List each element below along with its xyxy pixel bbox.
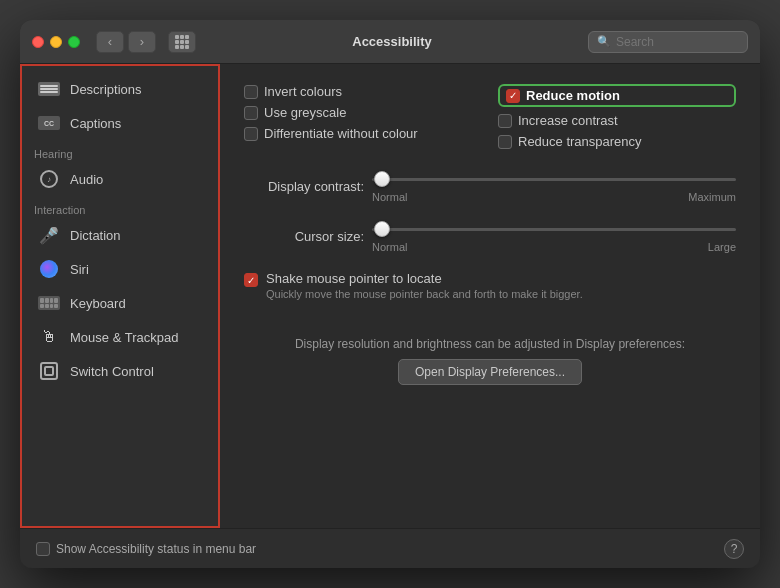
differentiate-colour-option[interactable]: Differentiate without colour	[244, 126, 482, 141]
display-contrast-thumb[interactable]	[374, 171, 390, 187]
display-prefs-section: Display resolution and brightness can be…	[244, 326, 736, 385]
siri-icon	[38, 258, 60, 280]
sidebar-item-label: Keyboard	[70, 296, 126, 311]
differentiate-colour-checkbox[interactable]	[244, 127, 258, 141]
display-contrast-labels: Normal Maximum	[372, 191, 736, 203]
show-status-label: Show Accessibility status in menu bar	[56, 542, 256, 556]
reduce-transparency-checkbox[interactable]	[498, 135, 512, 149]
shake-description: Quickly move the mouse pointer back and …	[266, 288, 583, 300]
sidebar-item-mouse-trackpad[interactable]: 🖱 Mouse & Trackpad	[26, 321, 213, 353]
titlebar: ‹ › Accessibility 🔍	[20, 20, 760, 64]
sidebar-item-label: Captions	[70, 116, 121, 131]
sidebar-item-label: Switch Control	[70, 364, 154, 379]
invert-colours-label: Invert colours	[264, 84, 342, 99]
cursor-size-min: Normal	[372, 241, 407, 253]
display-contrast-section: Display contrast: Normal Maximum	[244, 169, 736, 203]
keyboard-icon	[38, 292, 60, 314]
sidebar: Descriptions CC Captions Hearing ♪ Audio…	[20, 64, 220, 528]
bottom-bar: Show Accessibility status in menu bar ?	[20, 528, 760, 568]
reduce-transparency-option[interactable]: Reduce transparency	[498, 134, 736, 149]
invert-colours-option[interactable]: Invert colours	[244, 84, 482, 99]
display-contrast-min: Normal	[372, 191, 407, 203]
invert-colours-checkbox[interactable]	[244, 85, 258, 99]
cursor-size-max: Large	[708, 241, 736, 253]
reduce-motion-option[interactable]: ✓ Reduce motion	[498, 84, 736, 107]
main-window: ‹ › Accessibility 🔍 De	[20, 20, 760, 568]
audio-icon: ♪	[38, 168, 60, 190]
interaction-section-label: Interaction	[20, 196, 219, 218]
dictation-icon: 🎤	[38, 224, 60, 246]
col2-options: ✓ Reduce motion Increase contrast Reduce…	[498, 84, 736, 149]
use-greyscale-label: Use greyscale	[264, 105, 346, 120]
display-contrast-max: Maximum	[688, 191, 736, 203]
options-grid: Invert colours Use greyscale Differentia…	[244, 84, 736, 149]
sidebar-item-dictation[interactable]: 🎤 Dictation	[26, 219, 213, 251]
increase-contrast-option[interactable]: Increase contrast	[498, 113, 736, 128]
col1-options: Invert colours Use greyscale Differentia…	[244, 84, 482, 149]
increase-contrast-label: Increase contrast	[518, 113, 618, 128]
show-status-row[interactable]: Show Accessibility status in menu bar	[36, 542, 256, 556]
sidebar-item-label: Mouse & Trackpad	[70, 330, 178, 345]
reduce-transparency-label: Reduce transparency	[518, 134, 642, 149]
help-button[interactable]: ?	[724, 539, 744, 559]
right-panel: Invert colours Use greyscale Differentia…	[220, 64, 760, 528]
cursor-size-label: Cursor size:	[244, 229, 364, 244]
maximize-button[interactable]	[68, 36, 80, 48]
open-display-preferences-button[interactable]: Open Display Preferences...	[398, 359, 582, 385]
minimize-button[interactable]	[50, 36, 62, 48]
grid-icon	[175, 35, 189, 49]
use-greyscale-option[interactable]: Use greyscale	[244, 105, 482, 120]
cursor-size-track[interactable]	[372, 219, 736, 239]
shake-option: ✓ Shake mouse pointer to locate Quickly …	[244, 271, 736, 300]
slider-line	[372, 228, 736, 231]
sidebar-item-siri[interactable]: Siri	[26, 253, 213, 285]
search-box[interactable]: 🔍	[588, 31, 748, 53]
sidebar-item-label: Descriptions	[70, 82, 142, 97]
reduce-motion-label: Reduce motion	[526, 88, 620, 103]
cursor-size-labels: Normal Large	[372, 241, 736, 253]
sidebar-item-keyboard[interactable]: Keyboard	[26, 287, 213, 319]
grid-button[interactable]	[168, 31, 196, 53]
display-contrast-slider-container: Normal Maximum	[372, 169, 736, 203]
window-title: Accessibility	[204, 34, 580, 49]
back-button[interactable]: ‹	[96, 31, 124, 53]
display-message: Display resolution and brightness can be…	[244, 336, 736, 353]
nav-buttons: ‹ ›	[96, 31, 156, 53]
cursor-size-row: Cursor size: Normal Large	[244, 219, 736, 253]
display-contrast-track[interactable]	[372, 169, 736, 189]
show-status-checkbox[interactable]	[36, 542, 50, 556]
sidebar-item-label: Audio	[70, 172, 103, 187]
main-content: Descriptions CC Captions Hearing ♪ Audio…	[20, 64, 760, 528]
hearing-section-label: Hearing	[20, 140, 219, 162]
captions-icon: CC	[38, 112, 60, 134]
sidebar-item-audio[interactable]: ♪ Audio	[26, 163, 213, 195]
cursor-size-thumb[interactable]	[374, 221, 390, 237]
forward-button[interactable]: ›	[128, 31, 156, 53]
differentiate-colour-label: Differentiate without colour	[264, 126, 418, 141]
slider-line	[372, 178, 736, 181]
search-icon: 🔍	[597, 35, 611, 48]
display-contrast-row: Display contrast: Normal Maximum	[244, 169, 736, 203]
shake-title: Shake mouse pointer to locate	[266, 271, 583, 286]
shake-checkbox[interactable]: ✓	[244, 273, 258, 287]
sidebar-item-captions[interactable]: CC Captions	[26, 107, 213, 139]
increase-contrast-checkbox[interactable]	[498, 114, 512, 128]
sidebar-item-label: Siri	[70, 262, 89, 277]
cursor-size-section: Cursor size: Normal Large	[244, 219, 736, 253]
sidebar-item-label: Dictation	[70, 228, 121, 243]
use-greyscale-checkbox[interactable]	[244, 106, 258, 120]
sidebar-item-switch-control[interactable]: Switch Control	[26, 355, 213, 387]
shake-text: Shake mouse pointer to locate Quickly mo…	[266, 271, 583, 300]
mouse-icon: 🖱	[38, 326, 60, 348]
cursor-size-slider-container: Normal Large	[372, 219, 736, 253]
switch-icon	[38, 360, 60, 382]
descriptions-icon	[38, 78, 60, 100]
sidebar-item-descriptions[interactable]: Descriptions	[26, 73, 213, 105]
display-contrast-label: Display contrast:	[244, 179, 364, 194]
close-button[interactable]	[32, 36, 44, 48]
traffic-lights	[32, 36, 80, 48]
reduce-motion-checkbox[interactable]: ✓	[506, 89, 520, 103]
search-input[interactable]	[616, 35, 739, 49]
